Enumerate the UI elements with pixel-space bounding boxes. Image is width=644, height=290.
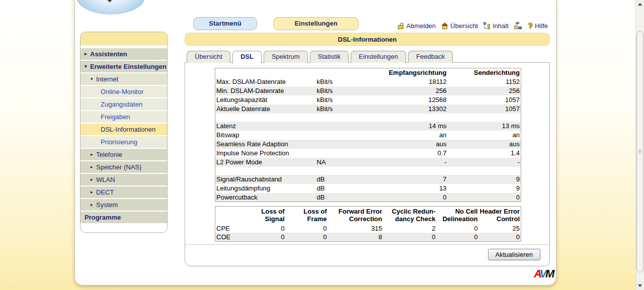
tx-header: Senderichtung [448,68,521,77]
chevron-right-icon: ▸ [91,186,96,198]
rx-cell: 18112 [369,77,448,86]
error-col-header: No CellDelineation [437,207,479,225]
error-col-header: Loss ofSignal [244,207,286,225]
value-cell: 0 [479,233,521,241]
help-label: Hilfe [535,22,548,30]
error-table-header-row: Loss ofSignalLoss ofFrameForward ErrorCo… [215,207,521,225]
rx-cell: 12568 [369,95,448,105]
vertical-scrollbar[interactable] [635,0,644,290]
tab-einstellungen[interactable]: Einstellungen [351,51,406,63]
sidebar-item-priorisierung[interactable]: Priorisierung [80,136,167,148]
unit-cell: kBit/s [316,77,369,86]
sidebar-item-dect[interactable]: ▸DECT [80,186,167,198]
sidebar-item-wlan[interactable]: ▸WLAN [80,174,167,185]
logout-link[interactable]: Abmelden [398,22,436,30]
table-row: L2 Power ModeNA-- [215,158,521,167]
error-col-header-line: Header Error [480,208,520,215]
table-row: LeitungsdämpfungdB139 [215,184,521,193]
sidebar-item-zugangsdaten[interactable]: Zugangsdaten [80,99,167,110]
row-label-cell: COE [215,233,244,241]
rx-cell: 13 [369,184,448,193]
page-title: DSL-Informationen [185,33,550,46]
sidebar-item-internet[interactable]: ▾Internet [80,73,167,85]
sidebar-item-telefonie[interactable]: ▸Telefonie [80,149,167,160]
avm-logo-letter-v: V [539,267,545,280]
label-cell: Seamless Rate Adaption [215,140,316,149]
quick-links: Abmelden Übersicht Inhalt IP ? Hilfe [398,21,548,31]
scrollbar-down-button[interactable] [636,281,644,290]
label-cell: Latenz [215,122,316,131]
scrollbar-thumb[interactable] [636,31,643,272]
error-col-header-line: Control [480,215,520,223]
avm-logo: AVM [534,267,553,280]
value-cell: 0 [437,224,479,233]
sidebar-item-speicher-nas[interactable]: ▸Speicher (NAS) [80,161,167,173]
scrollbar-up-button[interactable] [636,0,644,9]
tx-cell: 1057 [448,105,521,114]
main-panel: Startmenü Einstellungen Abmelden Übersic… [74,0,556,285]
help-link[interactable]: ? Hilfe [528,22,548,30]
tab-übersicht[interactable]: Übersicht [187,51,230,63]
error-col-header-line: No Cell [438,208,478,215]
rx-header: Empfangsrichtung [369,68,448,77]
page-background: Startmenü Einstellungen Abmelden Übersic… [0,0,644,290]
tab-feedback[interactable]: Feedback [408,51,453,63]
chevron-down-icon: ▾ [91,73,96,85]
value-cell: 0 [244,224,286,233]
value-cell: 315 [328,224,383,233]
value-cell: 0 [437,233,479,241]
error-col-header-line: Loss of [287,208,327,215]
contents-label: Inhalt [493,22,509,30]
sidebar-menu: ▸Assistenten▾Erweiterte Einstellungen▾In… [80,45,167,223]
error-col-header-line: Signal [245,215,285,223]
chevron-right-icon: ▸ [91,199,96,211]
rx-cell: 14 ms [369,122,448,131]
empty-header [215,207,244,225]
table-row: Latenz14 ms13 ms [215,122,521,131]
refresh-button[interactable]: Aktualisieren [488,249,540,260]
value-cell: 0 [286,233,328,241]
einstellungen-button[interactable]: Einstellungen [273,17,359,30]
sidebar-item-dsl-informationen[interactable]: DSL-Informationen [80,124,167,135]
tab-dsl[interactable]: DSL [232,51,262,63]
sidebar-item-assistenten[interactable]: ▸Assistenten [80,48,167,60]
scrollbar-grip-icon [638,150,641,154]
sidebar-item-label: Zugangsdaten [101,99,142,110]
lock-icon [398,23,405,29]
avm-logo-letter-a: A [534,267,539,280]
ip-view-link[interactable]: IP [514,22,523,30]
sidebar-item-online-monitor[interactable]: Online-Monitor [80,86,167,98]
sidebar-item-programme[interactable]: Programme [80,212,167,223]
tab-statistik[interactable]: Statistik [310,51,349,63]
chevron-right-icon: ▸ [85,48,90,60]
sidebar-item-system[interactable]: ▸System [80,199,167,211]
table-row: CPE003152025 [215,224,521,233]
label-cell: Leitungskapazität [215,95,316,105]
sidebar-item-erweiterte-einstellungen[interactable]: ▾Erweiterte Einstellungen [80,61,167,72]
sidebar-item-label: Programme [85,212,121,223]
value-cell: 8 [328,233,383,241]
tab-spektrum[interactable]: Spektrum [264,51,308,63]
tx-cell: - [448,158,521,167]
contents-link[interactable]: Inhalt [484,22,509,30]
home-icon [441,23,448,29]
table-row: LeitungskapazitätkBit/s125681057 [215,95,521,105]
arrow-down-icon [638,284,642,287]
sidebar-item-label: DSL-Informationen [101,124,155,135]
rx-cell: 13302 [369,105,448,114]
table-row: Max. DSLAM-DatenratekBit/s181121152 [215,77,521,86]
error-col-header-line: Correction [329,215,382,223]
table-row: Min. DSLAM-DatenratekBit/s256256 [215,86,521,95]
ip-icon: IP [514,22,523,30]
value-cell: 25 [479,224,521,233]
chevron-right-icon: ▸ [91,174,96,185]
row-label-cell: CPE [215,224,244,233]
sidebar-item-label: Erweiterte Einstellungen [90,61,167,72]
tx-cell: 9 [448,175,521,184]
label-cell: L2 Power Mode [215,158,316,167]
rx-cell: - [369,158,448,167]
startmenu-button[interactable]: Startmenü [193,17,257,30]
sidebar-item-freigaben[interactable]: Freigaben [80,111,167,123]
overview-link[interactable]: Übersicht [441,22,478,30]
unit-cell: dB [316,175,369,184]
